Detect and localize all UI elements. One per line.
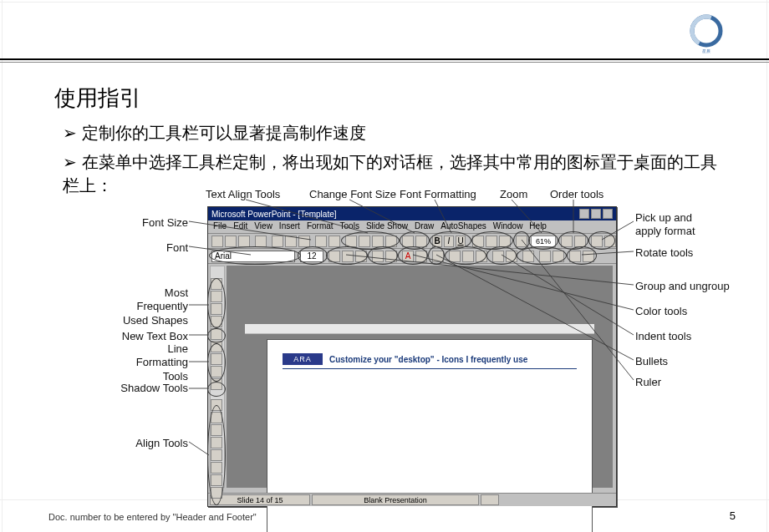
tool-shadow-icon[interactable] bbox=[211, 378, 222, 390]
tb-new-icon[interactable] bbox=[211, 236, 223, 247]
tb-align-left-icon[interactable] bbox=[345, 236, 357, 247]
tb-line-color-icon[interactable] bbox=[449, 251, 461, 262]
tb-bring-front-icon[interactable] bbox=[561, 236, 573, 247]
toolbar-row-2: Arial 12 A bbox=[208, 249, 616, 264]
label-text-align-tools: Text Align Tools bbox=[206, 188, 280, 201]
tool-distribute-v-icon[interactable] bbox=[211, 487, 222, 499]
bullet-1: ➢定制你的工具栏可以显著提高制作速度 bbox=[63, 121, 366, 144]
minimize-button[interactable] bbox=[579, 209, 589, 219]
annotated-screenshot-diagram: Text Align Tools Change Font Size Font F… bbox=[0, 180, 769, 505]
menu-draw[interactable]: Draw bbox=[415, 221, 434, 232]
tool-align-middle-icon[interactable] bbox=[211, 449, 222, 461]
tool-distribute-h-icon[interactable] bbox=[211, 474, 222, 486]
label-font: Font bbox=[166, 241, 188, 255]
tool-dash-icon[interactable] bbox=[211, 353, 222, 365]
tool-oval-icon[interactable] bbox=[211, 316, 222, 327]
tb-apply-format-icon[interactable] bbox=[604, 236, 616, 247]
tb-fill-color-icon[interactable] bbox=[415, 251, 427, 262]
tool-rectangle-icon[interactable] bbox=[211, 303, 222, 315]
toolbar-row-1: B I U 61% bbox=[208, 234, 616, 249]
menu-view[interactable]: View bbox=[254, 221, 272, 232]
tb-open-icon[interactable] bbox=[225, 236, 237, 247]
tb-save-icon[interactable] bbox=[238, 236, 250, 247]
tb-undo-icon[interactable] bbox=[315, 236, 327, 247]
font-selector[interactable]: Arial bbox=[211, 251, 295, 262]
svg-text:星辰: 星辰 bbox=[702, 48, 710, 53]
tb-italic-icon[interactable]: I bbox=[444, 236, 454, 247]
close-button[interactable] bbox=[603, 209, 613, 219]
tool-textbox-icon[interactable] bbox=[211, 328, 222, 340]
maximize-button[interactable] bbox=[591, 209, 601, 219]
tb-ungroup-icon[interactable] bbox=[342, 251, 354, 262]
tb-group-icon[interactable] bbox=[328, 251, 340, 262]
menu-insert[interactable]: Insert bbox=[279, 221, 300, 232]
menu-tools[interactable]: Tools bbox=[340, 221, 359, 232]
tb-align-justify-icon[interactable] bbox=[385, 236, 397, 247]
label-font-formatting: Font Formatting bbox=[400, 188, 476, 201]
menu-format[interactable]: Format bbox=[307, 221, 334, 232]
label-zoom: Zoom bbox=[500, 188, 527, 201]
tb-flip-v-icon[interactable] bbox=[583, 251, 594, 262]
tb-cut-icon[interactable] bbox=[272, 236, 283, 247]
label-change-font-size: Change Font Size bbox=[309, 188, 396, 201]
menu-help[interactable]: Help bbox=[529, 221, 547, 232]
tb-decrease-indent-icon[interactable] bbox=[492, 251, 504, 262]
tb-arrow-style-icon[interactable] bbox=[522, 251, 534, 262]
tb-dash-style-icon[interactable] bbox=[476, 251, 487, 262]
tb-pickup-format-icon[interactable] bbox=[591, 236, 603, 247]
slide-area: ARA Customize your "desktop" - Icons I f… bbox=[227, 266, 613, 488]
tb-regroup-icon[interactable] bbox=[355, 251, 367, 262]
tb-redo-icon[interactable] bbox=[328, 236, 340, 247]
tool-pointer-icon[interactable] bbox=[211, 278, 222, 290]
tb-increase-font-icon[interactable] bbox=[402, 236, 414, 247]
tb-increase-indent-icon[interactable] bbox=[506, 251, 517, 262]
menu-slideshow[interactable]: Slide Show bbox=[366, 221, 408, 232]
label-pickup-apply-format: Pick up and apply format bbox=[635, 211, 695, 239]
label-bullets: Bullets bbox=[635, 355, 668, 368]
tool-line-icon[interactable] bbox=[211, 291, 222, 302]
page-title: 使用指引 bbox=[54, 84, 141, 113]
label-font-size: Font Size bbox=[142, 216, 188, 230]
tb-send-back-icon[interactable] bbox=[574, 236, 586, 247]
tb-superscript-icon[interactable] bbox=[486, 236, 497, 247]
tb-subscript-icon[interactable] bbox=[499, 236, 511, 247]
tb-align-center-icon[interactable] bbox=[359, 236, 370, 247]
tb-zoom-field[interactable]: 61% bbox=[531, 236, 556, 247]
tb-3d-icon[interactable] bbox=[539, 251, 551, 262]
slide-title: Customize your "desktop" - Icons I frequ… bbox=[329, 355, 527, 364]
menu-file[interactable]: File bbox=[213, 221, 227, 232]
tb-decrease-font-icon[interactable] bbox=[415, 236, 427, 247]
tool-align-center-icon[interactable] bbox=[211, 412, 222, 423]
tb-flip-h-icon[interactable] bbox=[569, 251, 581, 262]
menu-window[interactable]: Window bbox=[493, 221, 523, 232]
tb-font-color-icon[interactable]: A bbox=[402, 251, 414, 262]
font-size-selector[interactable]: 12 bbox=[300, 251, 323, 262]
tool-line-weight-icon[interactable] bbox=[211, 341, 222, 352]
tool-align-left-icon[interactable] bbox=[211, 399, 222, 411]
tb-underline-icon[interactable]: U bbox=[456, 236, 466, 247]
status-spell-icon bbox=[481, 494, 499, 505]
tool-align-right-icon[interactable] bbox=[211, 424, 222, 436]
tb-rotate-right-icon[interactable] bbox=[385, 251, 397, 262]
tool-align-bottom-icon[interactable] bbox=[211, 462, 222, 474]
menu-autoshapes[interactable]: AutoShapes bbox=[441, 221, 486, 232]
menu-bar[interactable]: File Edit View Insert Format Tools Slide… bbox=[208, 220, 616, 234]
tool-align-top-icon[interactable] bbox=[211, 437, 222, 448]
tb-paste-icon[interactable] bbox=[298, 236, 310, 247]
label-order-tools: Order tools bbox=[550, 188, 603, 201]
tb-ruler-icon[interactable] bbox=[516, 236, 527, 247]
tb-align-right-icon[interactable] bbox=[372, 236, 384, 247]
tb-copy-icon[interactable] bbox=[285, 236, 297, 247]
tb-rotate-left-icon[interactable] bbox=[372, 251, 384, 262]
label-ruler: Ruler bbox=[635, 376, 661, 389]
horizontal-ruler bbox=[245, 324, 594, 334]
tb-shadow-icon[interactable] bbox=[472, 236, 484, 247]
tb-line-style-icon[interactable] bbox=[462, 251, 474, 262]
tb-bold-icon[interactable]: B bbox=[432, 236, 442, 247]
drawing-toolbar bbox=[211, 278, 222, 499]
menu-edit[interactable]: Edit bbox=[233, 221, 247, 232]
tb-print-icon[interactable] bbox=[255, 236, 267, 247]
tb-bullets-icon[interactable] bbox=[432, 251, 444, 262]
tool-arrow-icon[interactable] bbox=[211, 366, 222, 377]
tb-free-rotate-icon[interactable] bbox=[553, 251, 564, 262]
